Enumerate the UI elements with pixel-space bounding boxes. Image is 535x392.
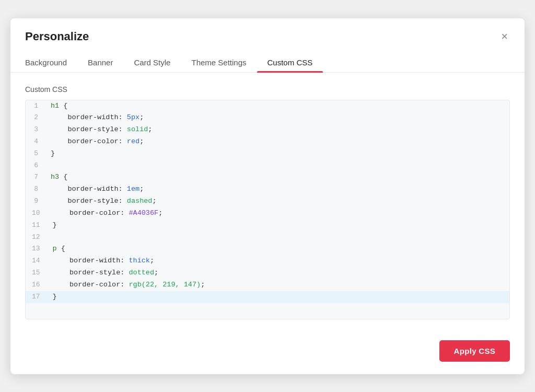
line-number: 4 [26, 136, 46, 147]
modal-title: Personalize [25, 30, 89, 43]
apply-css-button[interactable]: Apply CSS [439, 340, 510, 362]
line-content: } [49, 220, 509, 232]
line-number: 8 [26, 183, 46, 195]
line-number: 10 [26, 207, 49, 219]
code-line-1: 1h1 { [26, 100, 509, 112]
line-content: } [49, 291, 509, 303]
code-line-8: 8 border-width: 1em; [26, 183, 509, 195]
line-number: 17 [26, 291, 49, 303]
line-number: 6 [26, 160, 46, 171]
line-content: p { [49, 243, 509, 255]
line-content: border-width: 1em; [46, 183, 509, 195]
line-number: 11 [26, 220, 49, 231]
code-line-3: 3 border-style: solid; [26, 124, 509, 136]
line-content: border-width: 5px; [46, 112, 509, 124]
tab-banner[interactable]: Banner [77, 53, 123, 72]
modal-footer: Apply CSS [10, 332, 525, 374]
code-line-12: 12 [26, 232, 509, 243]
line-content: border-color: #A4036F; [49, 207, 509, 220]
line-number: 9 [26, 195, 46, 207]
line-content: border-width: thick; [49, 255, 509, 267]
line-content: h3 { [46, 171, 509, 183]
code-line-14: 14 border-width: thick; [26, 255, 509, 267]
close-button[interactable]: × [499, 29, 510, 44]
modal-body: Custom CSS 1h1 {2 border-width: 5px;3 bo… [10, 73, 525, 332]
line-content: border-style: dashed; [46, 195, 509, 207]
code-line-13: 13p { [26, 243, 509, 255]
line-number: 12 [26, 232, 49, 243]
code-line-2: 2 border-width: 5px; [26, 112, 509, 124]
tab-custom-css[interactable]: Custom CSS [257, 53, 323, 72]
code-line-17: 17} [26, 291, 509, 303]
line-number: 1 [26, 100, 46, 112]
tabs-bar: BackgroundBannerCard StyleTheme Settings… [10, 44, 525, 73]
tab-theme-settings[interactable]: Theme Settings [181, 53, 257, 72]
code-line-4: 4 border-color: red; [26, 136, 509, 148]
code-line-9: 9 border-style: dashed; [26, 195, 509, 207]
line-content: border-color: rgb(22, 219, 147); [49, 279, 509, 291]
code-line-5: 5} [26, 148, 509, 160]
tab-background[interactable]: Background [25, 53, 77, 72]
line-number: 2 [26, 112, 46, 123]
line-number: 13 [26, 243, 49, 255]
line-content: border-style: dotted; [49, 267, 509, 279]
code-line-15: 15 border-style: dotted; [26, 267, 509, 279]
code-editor[interactable]: 1h1 {2 border-width: 5px;3 border-style:… [25, 100, 510, 319]
code-line-7: 7h3 { [26, 171, 509, 183]
line-number: 3 [26, 124, 46, 135]
code-line-10: 10 border-color: #A4036F; [26, 207, 509, 220]
line-number: 7 [26, 171, 46, 183]
section-label: Custom CSS [25, 85, 510, 94]
tab-card-style[interactable]: Card Style [123, 53, 181, 72]
line-content: border-style: solid; [46, 124, 509, 136]
code-line-11: 11} [26, 220, 509, 232]
modal-header: Personalize × [10, 18, 525, 44]
line-number: 5 [26, 148, 46, 159]
code-line-6: 6 [26, 160, 509, 171]
line-content: } [46, 148, 509, 160]
code-line-16: 16 border-color: rgb(22, 219, 147); [26, 279, 509, 291]
line-content: border-color: red; [46, 136, 509, 148]
personalize-modal: Personalize × BackgroundBannerCard Style… [10, 18, 525, 374]
line-number: 16 [26, 279, 49, 291]
line-number: 15 [26, 267, 49, 279]
line-content: h1 { [46, 100, 509, 112]
line-number: 14 [26, 255, 49, 267]
